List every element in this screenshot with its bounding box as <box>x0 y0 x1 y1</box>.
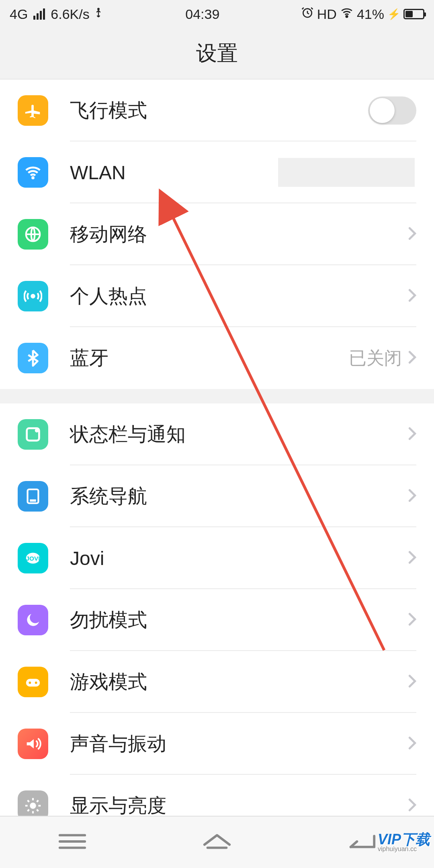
chevron-right-icon <box>408 736 416 752</box>
chevron-right-icon <box>408 798 416 814</box>
toggle-airplane[interactable] <box>368 96 416 125</box>
chevron-right-icon <box>408 488 416 504</box>
svg-point-0 <box>98 8 99 10</box>
chevron-right-icon <box>408 350 416 366</box>
row-label: 飞行模式 <box>70 98 368 123</box>
settings-row-sysnav[interactable]: 系统导航 <box>0 465 434 527</box>
settings-row-sound[interactable]: 声音与振动 <box>0 713 434 775</box>
row-label: 显示与亮度 <box>70 793 408 819</box>
page-title: 设置 <box>0 28 434 80</box>
wifi-status-icon <box>340 6 354 23</box>
chevron-right-icon <box>408 612 416 628</box>
chevron-right-icon <box>408 226 416 242</box>
settings-row-bluetooth[interactable]: 蓝牙已关闭 <box>0 327 434 389</box>
row-label: WLAN <box>70 162 278 184</box>
settings-row-hotspot[interactable]: 个人热点 <box>0 265 434 327</box>
settings-row-game[interactable]: 游戏模式 <box>0 651 434 713</box>
recents-button[interactable] <box>57 831 88 854</box>
settings-row-mobile[interactable]: 移动网络 <box>0 203 434 265</box>
status-time: 04:39 <box>185 6 219 22</box>
moon-icon <box>18 605 48 635</box>
settings-row-dnd[interactable]: 勿扰模式 <box>0 589 434 651</box>
row-label: 系统导航 <box>70 483 408 509</box>
signal-icon <box>33 8 45 20</box>
row-label: Jovi <box>70 547 408 569</box>
row-value: 已关闭 <box>349 346 402 370</box>
usb-icon <box>93 6 104 22</box>
row-label: 状态栏与通知 <box>70 422 408 447</box>
globe-icon <box>18 219 48 250</box>
network-indicator: 4G <box>10 6 28 22</box>
alarm-icon <box>301 6 314 22</box>
sound-icon <box>18 729 48 759</box>
hd-indicator: HD <box>317 6 337 22</box>
row-label: 个人热点 <box>70 283 408 309</box>
back-button[interactable] <box>346 831 377 854</box>
settings-row-jovi[interactable]: Jovi <box>0 527 434 589</box>
airplane-icon <box>18 95 48 126</box>
svg-point-2 <box>346 16 348 17</box>
row-label: 蓝牙 <box>70 345 349 371</box>
sysnav-icon <box>18 481 48 512</box>
bluetooth-icon <box>18 343 48 373</box>
navigation-bar <box>0 816 434 868</box>
game-icon <box>18 667 48 697</box>
battery-percent: 41% <box>357 6 384 22</box>
group-separator <box>0 389 434 403</box>
hotspot-icon <box>18 281 48 311</box>
status-right: HD 41% ⚡ <box>301 6 424 23</box>
status-bar: 4G 6.6K/s 04:39 HD 41% ⚡ <box>0 0 434 28</box>
chevron-right-icon <box>408 550 416 566</box>
chevron-right-icon <box>408 426 416 442</box>
data-speed: 6.6K/s <box>51 6 89 22</box>
settings-row-airplane[interactable]: 飞行模式 <box>0 80 434 141</box>
home-button[interactable] <box>201 831 233 854</box>
row-value-redacted <box>278 158 415 187</box>
row-label: 移动网络 <box>70 221 408 247</box>
battery-icon <box>403 9 424 19</box>
wifi-icon <box>18 157 48 188</box>
chevron-right-icon <box>408 288 416 304</box>
notif-icon <box>18 419 48 450</box>
jovi-icon <box>18 543 48 573</box>
row-label: 勿扰模式 <box>70 607 408 633</box>
charging-icon: ⚡ <box>387 8 400 20</box>
settings-row-wlan[interactable]: WLAN <box>0 141 434 203</box>
settings-row-status-notif[interactable]: 状态栏与通知 <box>0 403 434 465</box>
settings-list: 飞行模式WLAN移动网络个人热点蓝牙已关闭状态栏与通知系统导航Jovi勿扰模式游… <box>0 80 434 837</box>
status-left: 4G 6.6K/s <box>10 6 104 22</box>
chevron-right-icon <box>408 674 416 690</box>
watermark: VIP下载 viphuiyuan.cc <box>378 833 430 852</box>
row-label: 游戏模式 <box>70 669 408 695</box>
row-label: 声音与振动 <box>70 731 408 757</box>
